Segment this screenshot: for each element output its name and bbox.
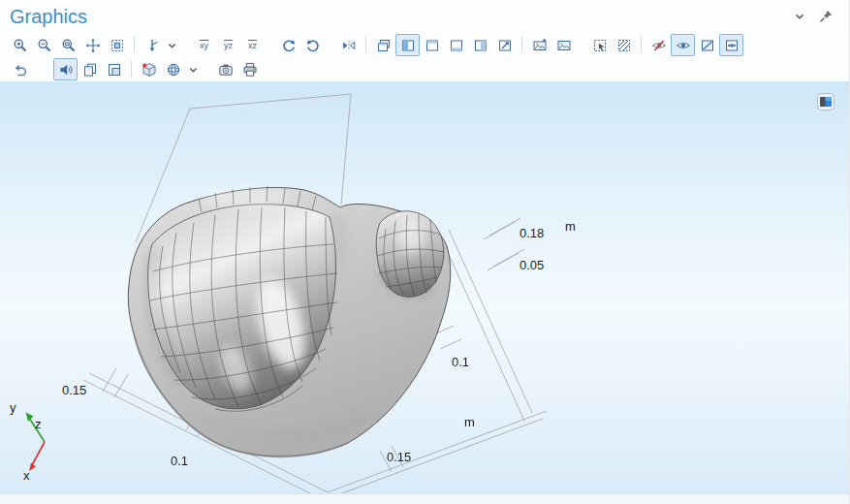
toolbar-separator (131, 61, 132, 78)
graphics-toolbar-row2 (0, 57, 849, 81)
zoom-out-button[interactable] (32, 34, 56, 56)
window-bottom-icon (449, 38, 464, 53)
graphics-toolbar-row1: xyyzxz (0, 33, 849, 57)
select-and-hide-button[interactable] (612, 34, 636, 56)
snapshot-camera-button[interactable] (213, 58, 237, 80)
window-stack-icon (376, 38, 392, 53)
go-to-xz-view-button[interactable]: xz (240, 34, 265, 56)
rotate-ccw-icon (281, 38, 297, 53)
single-pane-button[interactable] (395, 34, 420, 56)
go-to-default-view-button[interactable] (140, 34, 164, 56)
image-export-button[interactable] (551, 34, 576, 56)
axis-unit-label: m (565, 219, 576, 234)
sphere-icon (166, 62, 181, 78)
select-hatch-icon (616, 38, 632, 53)
view-dropdown[interactable] (164, 34, 180, 56)
select-box-button[interactable] (587, 34, 612, 56)
chevron-down-icon (792, 9, 807, 24)
copy-to-clipboard-button[interactable] (102, 58, 126, 80)
model-3d-view (0, 81, 850, 494)
hide-objects-button[interactable] (646, 34, 671, 56)
box-diag-icon (700, 38, 715, 53)
window-plain-icon (425, 38, 440, 53)
axis-tick-label: 0.05 (519, 258, 544, 272)
printer-icon (242, 62, 258, 78)
pin-window-button[interactable] (813, 6, 837, 28)
zoom-in-icon (13, 38, 28, 53)
window-left-icon (400, 38, 416, 53)
window-right-icon (473, 38, 488, 53)
rotate-cw-icon (305, 38, 321, 53)
axis-tick-label: 0.15 (387, 450, 411, 464)
axis-tick-label: 0.15 (62, 383, 86, 397)
axis-unit-label: m (464, 415, 475, 429)
axis-label-x: x (23, 468, 30, 483)
reset-hiding-button[interactable] (695, 34, 719, 56)
graphics-window: Graphics xyyzxz (0, 0, 849, 81)
select-cursor-icon (592, 38, 608, 53)
copy-icon (82, 62, 98, 78)
axis-label-z: z (35, 417, 42, 431)
axis-tick-label: 0.1 (171, 454, 188, 468)
panel-title: Graphics (10, 6, 87, 28)
go-to-xz-view-button-label: xz (248, 40, 257, 50)
rotate-counterclockwise-button[interactable] (276, 34, 300, 56)
show-objects-button[interactable] (671, 34, 695, 56)
zoom-out-icon (37, 38, 52, 53)
scene-light-button[interactable] (137, 58, 161, 80)
rendering-dropdown[interactable] (185, 58, 202, 80)
image-up-icon (532, 38, 548, 53)
axis-tick-label: 0.1 (452, 355, 469, 369)
eye-off-icon (651, 38, 667, 53)
flip-view-button[interactable] (336, 34, 361, 56)
image-plain-icon (556, 38, 572, 53)
zoom-in-button[interactable] (8, 34, 32, 56)
graphics-menu-dropdown[interactable] (787, 6, 811, 28)
material-rendering-button[interactable] (161, 58, 185, 80)
zoom-extents-icon (85, 38, 101, 53)
print-button[interactable] (237, 58, 262, 80)
chevron-down-icon (165, 38, 179, 53)
copy-inner-icon (107, 62, 122, 78)
float-window-button[interactable] (492, 34, 517, 56)
graphics-header: Graphics (0, 0, 849, 33)
toolbar-separator (521, 37, 522, 53)
view-hidden-only-button[interactable] (719, 34, 743, 56)
axis-label-y: y (10, 400, 16, 415)
sound-toggle-button[interactable] (53, 58, 78, 80)
reset-view-button[interactable] (8, 58, 32, 80)
zoom-box-button[interactable] (56, 34, 80, 56)
camera-icon (218, 62, 234, 78)
axis-tick-label: 0.18 (519, 226, 544, 240)
zoom-extents-button[interactable] (80, 34, 105, 56)
rotate-clockwise-button[interactable] (300, 34, 325, 56)
toolbar-separator (134, 37, 135, 53)
box-eye-icon (724, 38, 740, 53)
speaker-icon (58, 62, 74, 78)
full-window-button[interactable] (420, 34, 444, 56)
toolbar-separator (365, 37, 366, 53)
pin-icon (818, 9, 834, 24)
graphics-context-icon[interactable] (817, 93, 834, 110)
zoom-selection-icon (110, 38, 125, 53)
toolbar-separator (641, 37, 642, 53)
undo-icon (13, 62, 28, 78)
zoom-to-selection-button[interactable] (105, 34, 129, 56)
cube3d-icon (142, 62, 157, 78)
image-snapshot-button[interactable] (527, 34, 551, 56)
axis-view-icon (144, 38, 160, 53)
copy-image-button[interactable] (78, 58, 102, 80)
go-to-yz-view-button[interactable]: yz (216, 34, 240, 56)
chevron-down-icon (186, 62, 201, 78)
bottom-panel-edge (0, 493, 850, 504)
graphics-canvas[interactable]: 0.15 0.1 0.15 0.1 0.18 0.05 m m y z x (0, 81, 850, 494)
eye-on-icon (676, 38, 691, 53)
split-vertical-button[interactable] (468, 34, 492, 56)
header-controls (787, 6, 839, 28)
window-float-icon (497, 38, 513, 53)
go-to-xy-view-button-label: xy (200, 40, 208, 50)
new-window-button[interactable] (371, 34, 395, 56)
go-to-yz-view-button-label: yz (224, 40, 233, 50)
split-horizontal-button[interactable] (444, 34, 468, 56)
go-to-xy-view-button[interactable]: xy (192, 34, 216, 56)
